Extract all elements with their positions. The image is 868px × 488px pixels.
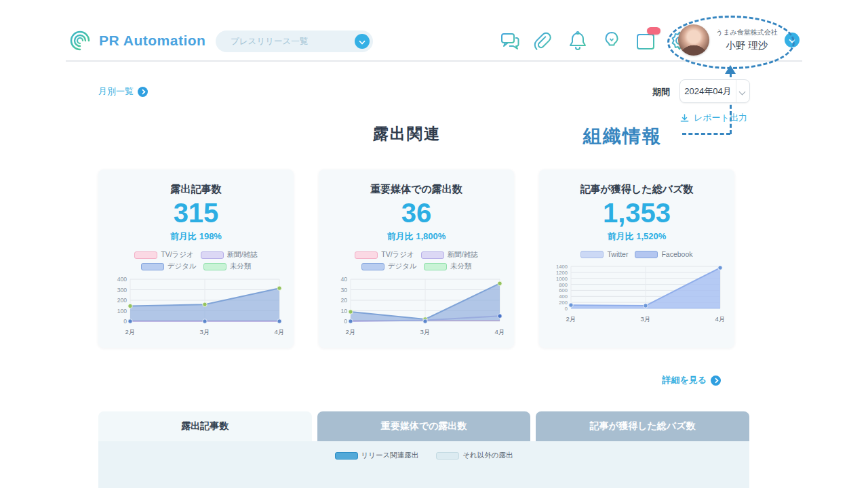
legend-item: それ以外の露出 [436,451,513,460]
card-legend: TV/ラジオ新聞/雑誌デジタル未分類 [326,250,507,271]
press-release-dropdown[interactable]: プレスリリース一覧 [216,30,373,52]
svg-text:4月: 4月 [495,328,505,336]
legend-label: 未分類 [230,262,252,271]
period-value: 2024年04月 [680,85,736,98]
legend-swatch [436,452,459,460]
svg-text:300: 300 [117,287,127,293]
legend-item: デジタル [141,262,197,271]
svg-text:4月: 4月 [715,315,726,323]
tab-total-buzz[interactable]: 記事が獲得した総バズ数 [536,411,749,441]
panel-legend: リリース関連露出それ以外の露出 [98,441,749,460]
svg-text:2月: 2月 [346,328,356,336]
card-value: 1,353 [603,199,671,227]
details-link[interactable]: 詳細を見る [662,374,721,386]
legend-label: 新聞/雑誌 [448,250,478,260]
legend-swatch [580,251,604,258]
legend-swatch [424,263,447,270]
legend-swatch [335,452,358,460]
svg-text:200: 200 [117,297,127,304]
card-mom-label: 前月比 1,800% [387,230,446,243]
monthly-list-label: 月別一覧 [98,85,134,98]
svg-text:0: 0 [344,318,347,325]
logo-spiral-icon [68,28,92,53]
svg-text:600: 600 [559,287,568,293]
legend-label: 未分類 [450,262,472,271]
chevron-down-icon [355,34,370,49]
tab-panel: リリース関連露出それ以外の露出 [98,441,749,488]
svg-text:10: 10 [340,308,347,314]
svg-text:200: 200 [559,300,568,306]
paperclip-icon[interactable] [533,30,555,52]
user-menu[interactable]: うまみ食堂株式会社 小野 理沙 [678,24,800,56]
monthly-list-link[interactable]: 月別一覧 [98,85,148,98]
user-chevron-down-icon [785,33,800,47]
svg-text:1400: 1400 [556,264,568,270]
svg-text:0: 0 [123,318,127,325]
svg-text:0: 0 [565,306,568,312]
legend-swatch [421,251,444,259]
svg-text:100: 100 [117,308,127,314]
svg-text:4月: 4月 [275,328,285,336]
bottom-tabs: 露出記事数 重要媒体での露出数 記事が獲得した総バズ数 [98,411,749,441]
legend-label: Facebook [661,250,692,258]
calendar-new-badge [647,27,660,35]
card-title: 記事が獲得した総バズ数 [580,183,694,196]
legend-swatch [203,263,226,270]
legend-item: デジタル [361,262,417,271]
period-select[interactable]: 2024年04月 [679,79,750,103]
svg-text:3月: 3月 [420,328,431,336]
svg-text:20: 20 [340,297,347,304]
legend-item: TV/ラジオ [134,250,194,260]
report-export-label: レポート出力 [694,112,747,124]
card-total-buzz: 記事が獲得した総バズ数 1,353 前月比 1,520% TwitterFace… [539,169,734,348]
calendar-icon[interactable] [635,30,656,52]
details-link-label: 詳細を見る [662,374,707,386]
legend-item: 新聞/雑誌 [421,250,478,260]
chat-icon[interactable] [499,30,521,52]
app-header: PR Automation プレスリリース一覧 [0,0,868,61]
chevron-right-icon [138,87,148,97]
mini-area-chart: 0102030402月3月4月 [328,272,505,340]
lightbulb-icon[interactable] [601,30,623,52]
legend-label: Twitter [607,250,628,258]
period-label: 期間 [652,86,670,98]
legend-item: Facebook [635,250,692,258]
report-export-link[interactable]: レポート出力 [679,112,747,124]
mini-area-chart: 02004006008001000120014002月3月4月 [548,260,726,327]
svg-text:3月: 3月 [200,328,210,336]
legend-swatch [201,251,224,259]
card-mom-label: 前月比 1,520% [608,230,667,243]
mini-area-chart: 01002003004002月3月4月 [107,272,285,340]
legend-item: 新聞/雑誌 [201,250,258,260]
svg-text:400: 400 [559,293,568,300]
header-icon-bar [499,30,690,52]
tab-key-media-exposure[interactable]: 重要媒体での露出数 [317,411,531,441]
press-release-dropdown-label: プレスリリース一覧 [231,36,355,47]
svg-text:800: 800 [559,282,568,288]
legend-swatch [361,263,384,270]
legend-item: リリース関連露出 [335,451,419,460]
app-logo[interactable]: PR Automation [68,28,205,53]
section-title: 露出関連 [98,123,715,144]
card-legend: TwitterFacebook [546,250,728,258]
card-mom-label: 前月比 198% [170,230,222,243]
card-exposure-articles: 露出記事数 315 前月比 198% TV/ラジオ新聞/雑誌デジタル未分類 01… [98,169,294,348]
legend-label: デジタル [167,262,197,271]
card-key-media-exposure: 重要媒体での露出数 36 前月比 1,800% TV/ラジオ新聞/雑誌デジタル未… [319,169,514,348]
svg-text:400: 400 [117,276,127,283]
legend-label: TV/ラジオ [161,250,194,260]
svg-text:3月: 3月 [641,315,651,323]
card-title: 重要媒体での露出数 [370,183,462,196]
download-icon [679,113,690,123]
svg-text:40: 40 [340,276,347,283]
bell-icon[interactable] [567,30,589,52]
logo-text: PR Automation [99,33,205,49]
svg-text:2月: 2月 [125,328,136,336]
legend-label: デジタル [388,262,417,271]
card-value: 36 [401,199,432,227]
legend-item: TV/ラジオ [355,250,414,260]
legend-label: それ以外の露出 [462,451,513,460]
tab-exposure-articles[interactable]: 露出記事数 [98,411,312,441]
svg-text:30: 30 [340,287,347,293]
legend-swatch [635,251,658,258]
